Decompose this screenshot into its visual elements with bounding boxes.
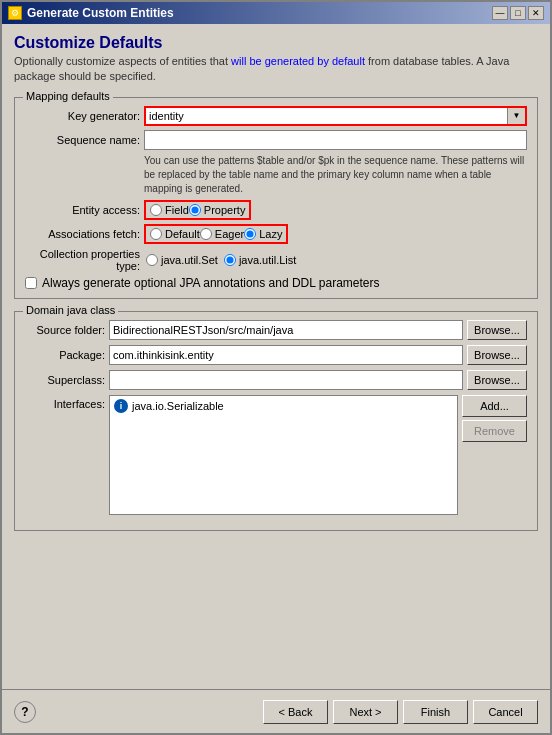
associations-fetch-eager-label: Eager	[215, 228, 244, 240]
always-generate-label: Always generate optional JPA annotations…	[42, 276, 380, 290]
entity-access-radio-group: Field Property	[144, 200, 251, 220]
interface-info-icon: i	[114, 399, 128, 413]
page-description: Optionally customize aspects of entities…	[14, 54, 538, 85]
key-generator-row: Key generator: identity ▼	[25, 106, 527, 126]
entity-access-property-label: Property	[204, 204, 246, 216]
entity-access-property-radio[interactable]	[189, 204, 201, 216]
next-button[interactable]: Next >	[333, 700, 398, 724]
source-folder-browse-button[interactable]: Browse...	[467, 320, 527, 340]
interfaces-label: Interfaces:	[25, 395, 105, 410]
entity-access-label: Entity access:	[25, 204, 140, 216]
add-interface-button[interactable]: Add...	[462, 395, 527, 417]
associations-fetch-label: Associations fetch:	[25, 228, 140, 240]
domain-java-class-group: Domain java class Source folder: Browse.…	[14, 311, 538, 531]
interfaces-side-buttons: Add... Remove	[462, 395, 527, 515]
sequence-name-input[interactable]	[144, 130, 527, 150]
minimize-button[interactable]: —	[492, 6, 508, 20]
cancel-button[interactable]: Cancel	[473, 700, 538, 724]
associations-fetch-default-radio[interactable]	[150, 228, 162, 240]
always-generate-row: Always generate optional JPA annotations…	[25, 276, 527, 290]
mapping-defaults-label: Mapping defaults	[23, 90, 113, 102]
package-row: Package: Browse...	[25, 345, 527, 365]
bottom-bar: ? < Back Next > Finish Cancel	[2, 689, 550, 733]
associations-fetch-row: Associations fetch: Default Eager Lazy	[25, 224, 527, 244]
entity-access-row: Entity access: Field Property	[25, 200, 527, 220]
key-generator-label: Key generator:	[25, 110, 140, 122]
collection-list-radio[interactable]	[224, 254, 236, 266]
main-window: ⚙ Generate Custom Entities — □ ✕ Customi…	[0, 0, 552, 735]
sequence-hint: You can use the patterns $table and/or $…	[144, 154, 527, 196]
key-generator-select-wrapper: identity ▼	[144, 106, 527, 126]
associations-fetch-eager-radio[interactable]	[200, 228, 212, 240]
interface-item[interactable]: i java.io.Serializable	[112, 398, 455, 414]
window-title: Generate Custom Entities	[27, 6, 174, 20]
source-folder-row: Source folder: Browse...	[25, 320, 527, 340]
description-link[interactable]: will be generated by default	[231, 55, 365, 67]
maximize-button[interactable]: □	[510, 6, 526, 20]
collection-set-radio[interactable]	[146, 254, 158, 266]
window-icon: ⚙	[8, 6, 22, 20]
collection-type-label: Collection properties type:	[25, 248, 140, 272]
associations-fetch-lazy-radio[interactable]	[244, 228, 256, 240]
close-button[interactable]: ✕	[528, 6, 544, 20]
superclass-input[interactable]	[109, 370, 463, 390]
associations-fetch-lazy-option[interactable]: Lazy	[244, 228, 282, 240]
entity-access-field-option[interactable]: Field	[150, 204, 189, 216]
collection-list-label: java.util.List	[239, 254, 296, 266]
associations-fetch-default-option[interactable]: Default	[150, 228, 200, 240]
remove-interface-button[interactable]: Remove	[462, 420, 527, 442]
collection-set-option[interactable]: java.util.Set	[146, 254, 218, 266]
associations-fetch-default-label: Default	[165, 228, 200, 240]
package-label: Package:	[25, 349, 105, 361]
superclass-browse-button[interactable]: Browse...	[467, 370, 527, 390]
page-title: Customize Defaults	[14, 34, 538, 52]
entity-access-property-option[interactable]: Property	[189, 204, 246, 216]
key-generator-value[interactable]: identity	[146, 108, 507, 124]
collection-set-label: java.util.Set	[161, 254, 218, 266]
associations-fetch-eager-option[interactable]: Eager	[200, 228, 244, 240]
package-browse-button[interactable]: Browse...	[467, 345, 527, 365]
sequence-name-label: Sequence name:	[25, 134, 140, 146]
source-folder-input[interactable]	[109, 320, 463, 340]
domain-java-class-label: Domain java class	[23, 304, 118, 316]
collection-list-option[interactable]: java.util.List	[224, 254, 296, 266]
associations-fetch-lazy-label: Lazy	[259, 228, 282, 240]
main-content: Customize Defaults Optionally customize …	[2, 24, 550, 689]
mapping-defaults-group: Mapping defaults Key generator: identity…	[14, 97, 538, 299]
entity-access-field-label: Field	[165, 204, 189, 216]
interfaces-area: i java.io.Serializable Add... Remove	[109, 395, 527, 515]
interfaces-row: Interfaces: i java.io.Serializable Add..…	[25, 395, 527, 517]
finish-button[interactable]: Finish	[403, 700, 468, 724]
help-button[interactable]: ?	[14, 701, 36, 723]
entity-access-field-radio[interactable]	[150, 204, 162, 216]
superclass-label: Superclass:	[25, 374, 105, 386]
superclass-row: Superclass: Browse...	[25, 370, 527, 390]
source-folder-label: Source folder:	[25, 324, 105, 336]
always-generate-checkbox[interactable]	[25, 277, 37, 289]
sequence-name-row: Sequence name:	[25, 130, 527, 150]
key-generator-arrow[interactable]: ▼	[507, 108, 525, 124]
associations-fetch-radio-group: Default Eager Lazy	[144, 224, 288, 244]
back-button[interactable]: < Back	[263, 700, 328, 724]
interface-name: java.io.Serializable	[132, 400, 224, 412]
package-input[interactable]	[109, 345, 463, 365]
collection-type-row: Collection properties type: java.util.Se…	[25, 248, 527, 272]
title-bar: ⚙ Generate Custom Entities — □ ✕	[2, 2, 550, 24]
interfaces-list: i java.io.Serializable	[109, 395, 458, 515]
